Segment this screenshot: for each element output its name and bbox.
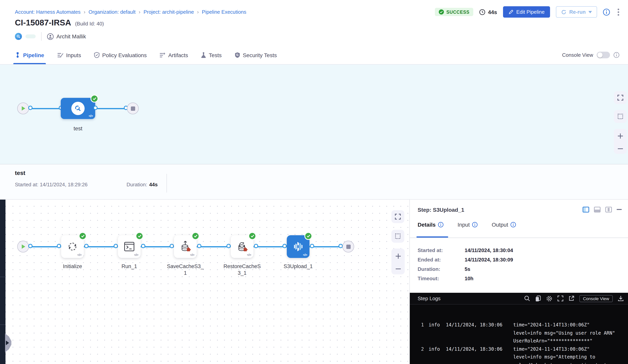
rerun-button[interactable]: Re-run — [556, 6, 597, 18]
stop-icon — [131, 106, 135, 111]
zoom-controls — [391, 248, 405, 274]
collapsed-left-panel — [0, 200, 5, 364]
pipeline-start-node[interactable] — [17, 103, 29, 114]
connector-dot — [169, 244, 174, 248]
copy-icon[interactable] — [535, 295, 541, 302]
fullscreen-button[interactable] — [391, 210, 404, 223]
code-glyph: </> — [247, 253, 251, 257]
log-timestamp: 14/11/2024, 18:30:06 — [446, 345, 505, 353]
marquee-select-button[interactable] — [391, 230, 404, 243]
stage-name: test — [15, 170, 25, 176]
tab-security-tests[interactable]: Security Tests — [235, 46, 277, 64]
search-icon[interactable] — [524, 296, 530, 301]
breadcrumb-project[interactable]: Project: archit-pipeline — [144, 9, 194, 15]
step-label: Run_1 — [110, 263, 149, 270]
fullscreen-button[interactable] — [614, 91, 627, 104]
download-icon[interactable] — [618, 296, 624, 301]
kebab-menu-icon[interactable] — [618, 8, 619, 16]
step-logs-title: Step Logs — [418, 296, 441, 301]
stop-icon — [346, 244, 350, 249]
s3-upload-icon — [292, 240, 304, 253]
log-output[interactable]: 1 info 14/11/2024, 18:30:06 time="2024-1… — [410, 304, 628, 364]
stage-node-test[interactable]: </> — [61, 98, 95, 119]
breadcrumb-account[interactable]: Account: Harness Automates — [15, 9, 80, 15]
external-link-icon[interactable] — [568, 296, 574, 301]
detail-value: 14/11/2024, 18:30:04 — [465, 247, 513, 253]
breadcrumb-pipeline-executions[interactable]: Pipeline Executions — [202, 9, 246, 15]
duration-indicator: 44s — [479, 9, 497, 15]
layout-right-icon[interactable] — [583, 207, 589, 213]
breadcrumb-separator: › — [139, 9, 141, 15]
tab-details[interactable]: Details — [418, 222, 444, 228]
step-node-initialize[interactable]: </> — [61, 235, 84, 258]
tab-artifacts[interactable]: Artifacts — [160, 46, 188, 64]
tab-pipeline[interactable]: Pipeline — [15, 46, 44, 64]
shield-search-icon — [235, 52, 240, 58]
stage-graph-canvas[interactable]: </> test — [0, 64, 628, 164]
code-glyph: </> — [303, 253, 307, 257]
step-logs-panel: Step Logs Console View 1 info — [410, 293, 628, 364]
console-view-button[interactable]: Console View — [579, 295, 613, 302]
divider — [0, 324, 5, 325]
tab-tests[interactable]: Tests — [201, 46, 222, 64]
tab-inputs[interactable]: Inputs — [57, 46, 81, 64]
layout-bottom-icon[interactable] — [594, 207, 601, 213]
connector-dot — [28, 106, 32, 110]
initialize-icon — [67, 241, 78, 252]
module-pill — [25, 34, 36, 38]
ci-module-icon — [15, 33, 22, 40]
clock-icon — [479, 9, 486, 15]
code-glyph: </> — [77, 253, 81, 257]
zoom-controls — [614, 129, 627, 154]
fullscreen-icon — [618, 95, 623, 101]
refresh-icon — [561, 9, 566, 15]
zoom-out-button[interactable] — [618, 148, 623, 150]
settings-gear-icon[interactable] — [546, 295, 552, 302]
stage-end-node[interactable] — [342, 241, 354, 252]
tab-output[interactable]: Output — [492, 222, 516, 228]
step-node-restorecache-s3[interactable]: </> — [231, 235, 253, 258]
inputs-icon — [57, 52, 63, 58]
stage-label[interactable]: test — [62, 125, 94, 131]
connector-dot — [113, 244, 118, 248]
step-node-run-1[interactable]: </> — [118, 235, 141, 258]
execution-tabs: Pipeline Inputs Policy Evaluations Artif… — [15, 46, 277, 64]
app-window: Account: Harness Automates › Organizatio… — [0, 0, 628, 364]
chevron-down-icon — [588, 11, 592, 13]
console-view-toggle[interactable] — [597, 52, 610, 58]
collapse-panel-icon[interactable] — [617, 209, 622, 210]
save-cache-icon — [179, 240, 191, 253]
fullscreen-icon[interactable] — [557, 296, 563, 301]
stage-build-icon — [71, 102, 85, 115]
zoom-in-button[interactable] — [618, 133, 623, 139]
edit-pipeline-button[interactable]: Edit Pipeline — [503, 6, 550, 18]
shield-check-icon — [94, 52, 99, 58]
zoom-in-button[interactable] — [395, 253, 401, 259]
stage-start-node[interactable] — [17, 241, 29, 252]
step-node-savecache-s3[interactable]: </> — [174, 235, 197, 258]
log-timestamp: 14/11/2024, 18:30:06 — [446, 321, 505, 329]
fullscreen-icon — [395, 214, 401, 220]
step-label: SaveCacheS3_1 — [166, 263, 205, 276]
tab-input[interactable]: Input — [458, 222, 477, 228]
stage-started-at: Started at: 14/11/2024, 18:29:26 — [15, 182, 87, 187]
check-circle-icon — [439, 9, 444, 14]
connector-dot — [338, 244, 343, 248]
success-check-badge — [192, 233, 199, 239]
info-icon[interactable] — [614, 52, 619, 58]
info-icon[interactable] — [603, 8, 610, 15]
log-line: 2 info 14/11/2024, 18:30:06 time="2024-1… — [418, 345, 628, 364]
breadcrumb-organization[interactable]: Organization: default — [88, 9, 136, 15]
marquee-select-button[interactable] — [614, 110, 627, 123]
tab-policy-evaluations[interactable]: Policy Evaluations — [94, 46, 147, 64]
pipeline-end-node[interactable] — [127, 103, 139, 114]
step-node-s3upload[interactable]: </> — [287, 235, 310, 258]
success-check-badge — [136, 233, 143, 239]
expand-arrow-icon — [6, 341, 9, 345]
layout-minimized-icon[interactable] — [605, 207, 612, 213]
breadcrumb-separator: › — [197, 9, 199, 15]
build-id: (Build Id: 40) — [75, 21, 104, 27]
stage-duration: Duration: 44s — [127, 182, 158, 187]
zoom-out-button[interactable] — [395, 268, 401, 270]
step-graph-canvas[interactable]: </> Initialize </> Run_1 </> — [0, 200, 409, 364]
